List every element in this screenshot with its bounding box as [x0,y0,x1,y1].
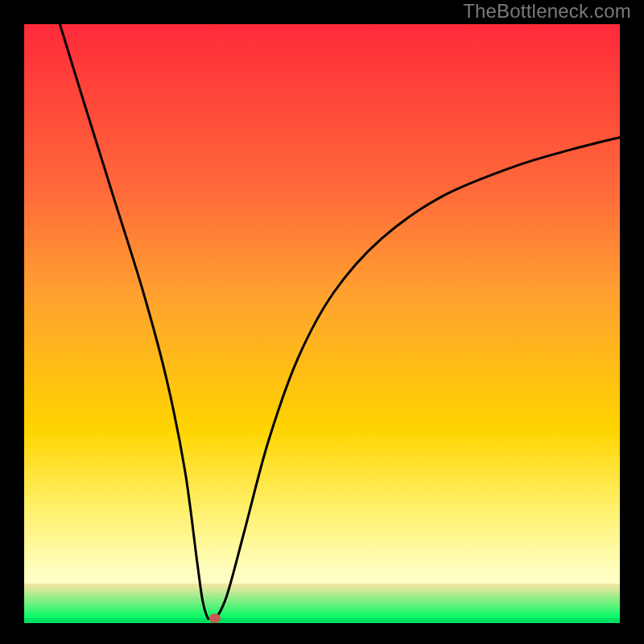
chart-frame: TheBottleneck.com [0,0,644,644]
watermark-text: TheBottleneck.com [463,0,631,23]
plot-area [24,24,620,620]
